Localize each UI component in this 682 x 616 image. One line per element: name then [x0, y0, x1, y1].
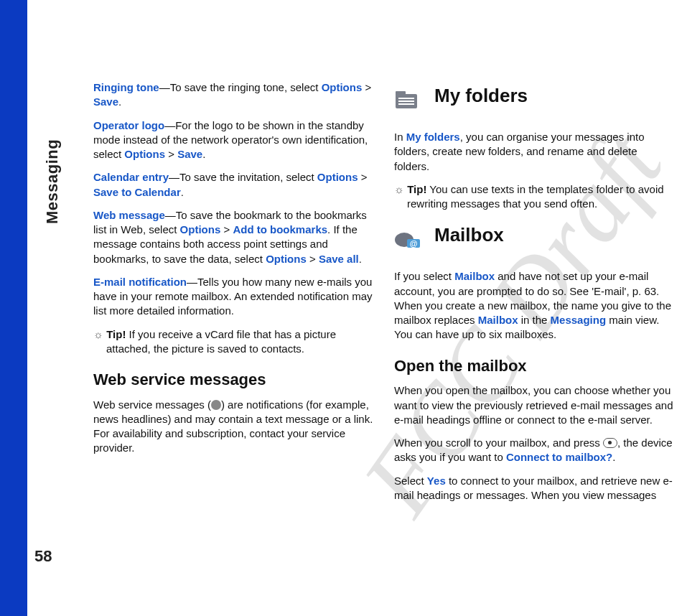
section-label: Messaging: [43, 80, 60, 224]
tip-vcard: ☼ Tip! If you receive a vCard file that …: [93, 327, 374, 357]
section-header-mailbox: @ Mailbox: [394, 220, 675, 259]
folder-icon: [394, 90, 421, 111]
tip-icon: ☼: [93, 327, 103, 342]
para-myfolders: In My folders, you can organise your mes…: [394, 130, 675, 174]
heading-myfolders: My folders: [434, 83, 528, 108]
tip-icon: ☼: [394, 182, 404, 197]
heading-web-service: Web service messages: [93, 369, 374, 391]
column-right: My folders In My folders, you can organi…: [394, 80, 675, 511]
page-content: Ringing tone—To save the ringing tone, s…: [93, 80, 675, 511]
para-email-notification: E-mail notification—Tells you how many n…: [93, 275, 374, 319]
para-web-service: Web service messages () are notification…: [93, 398, 374, 456]
globe-icon: [211, 400, 221, 410]
svg-text:@: @: [410, 239, 418, 248]
para-scroll-mailbox: When you scroll to your mailbox, and pre…: [394, 436, 675, 465]
tip-templates: ☼ Tip! You can use texts in the template…: [394, 182, 675, 212]
heading-open-mailbox: Open the mailbox: [394, 355, 675, 377]
svg-rect-4: [398, 103, 414, 105]
para-open-mailbox: When you open the mailbox, you can choos…: [394, 383, 675, 427]
sidebar-accent-bar: [0, 0, 27, 616]
column-left: Ringing tone—To save the ringing tone, s…: [93, 80, 374, 511]
heading-mailbox: Mailbox: [434, 223, 504, 248]
page-number: 58: [34, 547, 52, 566]
para-web-message: Web message—To save the bookmark to the …: [93, 208, 374, 266]
svg-rect-1: [396, 91, 406, 95]
para-calendar-entry: Calendar entry—To save the invitation, s…: [93, 170, 374, 200]
para-select-yes: Select Yes to connect to your mailbox, a…: [394, 474, 675, 503]
center-key-icon: [603, 438, 617, 448]
para-operator-logo: Operator logo—For the logo to be shown i…: [93, 118, 374, 162]
para-ringing-tone: Ringing tone—To save the ringing tone, s…: [93, 80, 374, 110]
svg-rect-3: [398, 101, 414, 102]
section-header-myfolders: My folders: [394, 80, 675, 120]
svg-rect-2: [398, 98, 414, 99]
mailbox-icon: @: [394, 229, 421, 251]
para-mailbox-setup: If you select Mailbox and have not set u…: [394, 269, 675, 342]
